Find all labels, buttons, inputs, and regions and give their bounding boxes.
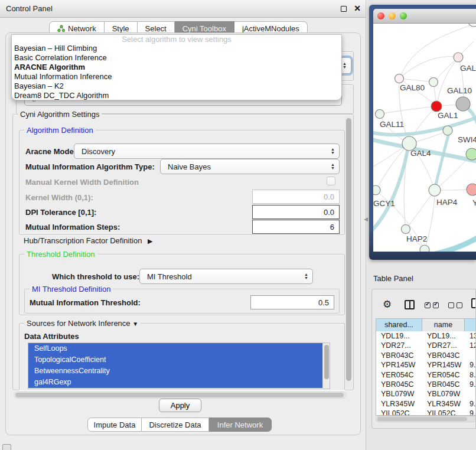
table-cell: YLR345W	[422, 399, 465, 409]
mi-steps-label: Mutual Information Steps:	[25, 223, 120, 231]
tab-impute-data[interactable]: Impute Data	[87, 418, 142, 432]
hub-definition-expander[interactable]: Hub/Transcription Factor Definition ▶	[24, 236, 152, 245]
network-edge[interactable]	[399, 79, 433, 82]
right-column: ◀ GALGAL80GAL10GAL1GAL11SWI4GAL4GCY1HAP4…	[366, 0, 476, 450]
settings-horizontal-scrollbar[interactable]	[14, 392, 347, 399]
table-row[interactable]: YLR345WYLR345W9.	[376, 399, 476, 409]
tab-label: Discretize Data	[149, 420, 201, 429]
document-icon[interactable]	[471, 298, 476, 308]
table-row[interactable]: YPR145WYPR145W9.	[376, 360, 476, 370]
mi-steps-value: 6	[330, 223, 334, 231]
tab-label: Network	[68, 24, 96, 33]
data-attribute-item[interactable]: TopologicalCoefficient	[28, 354, 323, 366]
algorithm-popup-item[interactable]: Bayesian – Hill Climbing	[12, 44, 341, 53]
table-cell: YBL079W	[422, 389, 465, 399]
network-node-HAP2[interactable]	[402, 225, 410, 234]
table-row[interactable]: YBR045CYBR045C9.	[376, 380, 476, 389]
data-attribute-item[interactable]: BetweennessCentrality	[28, 366, 323, 377]
network-node[interactable]	[420, 245, 429, 252]
table-cell: YDL19...	[376, 331, 422, 341]
algorithm-definition-group: Algorithm Definition Aracne Mode: Discov…	[19, 130, 345, 235]
gear-icon[interactable]: ⚙	[383, 299, 392, 309]
tab-infer-network[interactable]: Infer Network	[209, 418, 272, 432]
table-cell: YIL052C	[376, 409, 422, 416]
network-node-GAL11[interactable]	[376, 110, 384, 119]
float-panel-icon[interactable]	[341, 6, 347, 12]
table-panel-title: Table Panel	[373, 274, 413, 283]
network-node-Y[interactable]	[467, 184, 476, 195]
network-window-titlebar	[373, 9, 476, 24]
column-header-2[interactable]: name	[422, 319, 465, 331]
list-scrollbar[interactable]	[322, 343, 330, 389]
network-canvas[interactable]: GALGAL80GAL10GAL1GAL11SWI4GAL4GCY1HAP4YH…	[373, 24, 476, 252]
which-threshold-label: Which threshold to use:	[52, 272, 139, 281]
mi-type-combobox[interactable]: Naive Bayes ▲▼	[160, 159, 340, 174]
data-attribute-item[interactable]: gal4RGexp	[28, 377, 323, 388]
unchecked-checkbox-icon[interactable]	[448, 302, 454, 308]
column-header-3[interactable]: A	[465, 319, 476, 331]
manual-kernel-checkbox[interactable]	[327, 177, 335, 185]
table-row[interactable]: YDL19...YDL19...13	[376, 331, 476, 341]
table-cell: YDL19...	[422, 331, 465, 341]
network-edge[interactable]	[380, 106, 436, 114]
algorithm-popup-item[interactable]: ARACNE Algorithm	[12, 63, 341, 72]
column-header-1[interactable]: shared...	[376, 319, 422, 331]
splitter-collapse-icon[interactable]: ◀	[364, 216, 368, 222]
aracne-mode-combobox[interactable]: Discovery ▲▼	[74, 144, 340, 159]
network-node[interactable]	[466, 148, 476, 160]
tab-label: jActiveMNodules	[242, 24, 299, 33]
table-cell: YBR045C	[376, 380, 422, 389]
network-edge[interactable]	[399, 57, 458, 79]
network-node-GAL1[interactable]	[431, 101, 442, 112]
grip-icon[interactable]	[2, 444, 11, 450]
network-node-GAL80[interactable]	[395, 74, 404, 83]
apply-button[interactable]: Apply	[159, 399, 201, 412]
network-node-label: GCY1	[373, 199, 395, 208]
tab-discretize-data[interactable]: Discretize Data	[142, 418, 209, 432]
table-row[interactable]: YIL052CYIL052C9.	[376, 409, 476, 416]
table-cell: 9.	[465, 360, 476, 370]
network-node-GAL[interactable]	[454, 53, 463, 62]
network-edge[interactable]	[433, 41, 474, 82]
table-row[interactable]: YBL079WYBL079W	[376, 389, 476, 399]
network-node-HAP4[interactable]	[429, 184, 441, 196]
table-cell: YBR043C	[376, 351, 422, 360]
table-horizontal-scrollbar[interactable]	[376, 416, 476, 422]
which-threshold-combobox[interactable]: MI Threshold ▲▼	[139, 269, 313, 284]
tab-label: Cyni Toolbox	[182, 24, 226, 33]
data-attributes-label: Data Attributes	[24, 332, 79, 341]
checked-checkbox-icon[interactable]	[425, 302, 431, 308]
unchecked-checkbox-icon[interactable]	[457, 302, 462, 308]
dpi-tolerance-field[interactable]: 0.0	[252, 205, 340, 219]
network-edge[interactable]	[435, 133, 449, 189]
zoom-traffic-light-icon[interactable]	[400, 12, 407, 19]
algorithm-popup-item[interactable]: Mutual Information Inference	[12, 72, 341, 81]
close-traffic-light-icon[interactable]	[377, 12, 384, 19]
mi-steps-field[interactable]: 6	[252, 220, 340, 234]
network-node-SWI4[interactable]	[443, 126, 452, 135]
minimize-traffic-light-icon[interactable]	[389, 12, 396, 19]
algorithm-popup-item[interactable]: Dream8 DC_TDC Algorithm	[12, 91, 341, 100]
network-node[interactable]	[456, 97, 470, 111]
split-columns-icon[interactable]	[405, 300, 415, 309]
algorithm-popup-item[interactable]: Bayesian – K2	[12, 81, 341, 91]
data-attribute-item[interactable]: SelfLoops	[28, 343, 323, 354]
kernel-width-field[interactable]: 0.0	[252, 190, 340, 204]
table-row[interactable]: YBR043CYBR043C	[376, 351, 476, 360]
combo-arrows-icon: ▲▼	[343, 62, 347, 69]
settings-vertical-scrollbar[interactable]	[345, 116, 352, 389]
checked-checkbox-icon[interactable]	[433, 302, 439, 308]
network-node-GCY1[interactable]	[373, 185, 380, 195]
table-row[interactable]: YER054CYER054C8.	[376, 370, 476, 380]
network-graph[interactable]: GALGAL80GAL10GAL1GAL11SWI4GAL4GCY1HAP4YH…	[373, 24, 476, 252]
aracne-mode-value: Discovery	[81, 147, 115, 156]
sources-title[interactable]: Sources for Network Inference ▼	[24, 319, 141, 328]
close-icon[interactable]: ✕	[354, 4, 361, 13]
network-edge[interactable]	[406, 190, 435, 229]
algorithm-popup-item[interactable]: Basic Correlation Inference	[12, 53, 341, 63]
mi-threshold-field[interactable]: 0.5	[250, 295, 334, 309]
expander-right-arrow-icon: ▶	[148, 237, 152, 244]
network-node-GAL10[interactable]	[429, 78, 438, 87]
network-edge[interactable]	[436, 57, 458, 106]
table-row[interactable]: YDR27...YDR27...12	[376, 341, 476, 350]
